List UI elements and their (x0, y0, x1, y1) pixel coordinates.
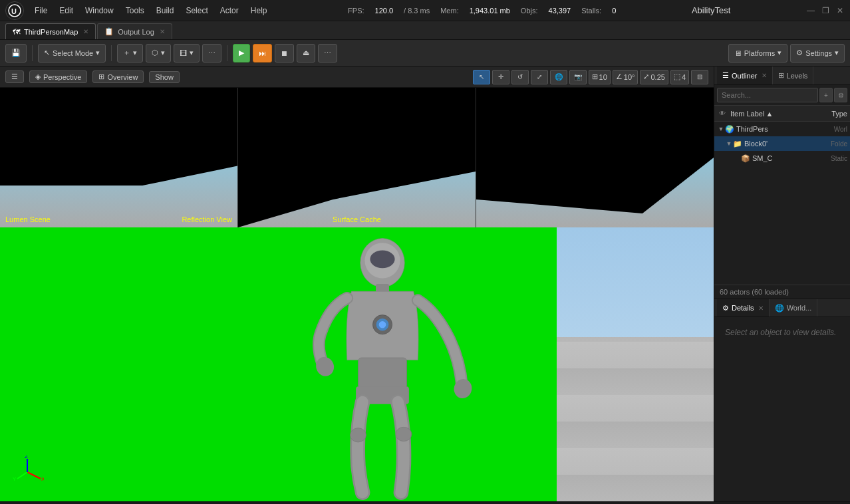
menu-file[interactable]: File (29, 5, 53, 17)
grid-size-btn[interactable]: ⊞ 10 (589, 70, 611, 84)
select-mode-button[interactable]: ↖ Select Mode ▾ (38, 44, 106, 63)
tree-name-block: Block0' (744, 140, 821, 148)
save-button[interactable]: 💾 (5, 44, 27, 63)
platforms-button[interactable]: 🖥 Platforms ▾ (728, 44, 787, 63)
stalls-label: Stalls: (581, 7, 601, 15)
outliner-tab[interactable]: ☰ Outliner ✕ (717, 66, 773, 84)
show-button[interactable]: Show (149, 71, 180, 83)
angle-btn[interactable]: ∠ 10° (613, 70, 638, 84)
tab-thirdpersonmap[interactable]: 🗺 ThirdPersonMap ✕ (5, 23, 96, 39)
col-visibility-icon[interactable]: 👁 (717, 108, 728, 119)
tree-expand-world[interactable]: ▼ (717, 125, 725, 133)
play-button[interactable]: ▶ (233, 44, 250, 63)
extra-play-button[interactable]: ⋯ (318, 44, 337, 63)
scale-tool-btn[interactable]: ⤢ (531, 70, 548, 84)
settings-chevron: ▾ (835, 49, 839, 57)
add-icon: ＋ (123, 48, 130, 58)
perspective-button[interactable]: ◈ Perspective (29, 70, 87, 83)
details-icon: ⚙ (722, 304, 729, 313)
menu-build[interactable]: Build (151, 5, 180, 17)
more-tools-button[interactable]: ⋯ (202, 44, 221, 63)
menu-window[interactable]: Window (80, 5, 119, 17)
menu-help[interactable]: Help (245, 5, 273, 17)
outliner-settings-btn[interactable]: ⚙ (834, 88, 847, 102)
status-bar: 📂 Content Drawer 📋 Output Log ⌨ Cmd ▾ 💾 … (0, 501, 850, 504)
settings-icon: ⚙ (796, 49, 803, 57)
col-label-item[interactable]: Item Label ▲ (728, 110, 814, 118)
outliner-search-input[interactable] (717, 88, 818, 102)
main-viewport[interactable]: X Y Z (0, 227, 714, 501)
outliner-col-header: 👁 Item Label ▲ Type (714, 106, 850, 122)
tab-map-close[interactable]: ✕ (83, 28, 88, 35)
ue-logo[interactable]: U (5, 1, 24, 20)
grid-icon: ⊞ (592, 72, 598, 81)
stop-button[interactable]: ⏹ (275, 44, 294, 63)
outliner-tab-close[interactable]: ✕ (762, 72, 767, 79)
eject-button[interactable]: ⏏ (297, 44, 315, 63)
maximize-button[interactable]: ❐ (821, 6, 830, 15)
svg-text:U: U (11, 7, 17, 15)
col-type-label[interactable]: Type (814, 110, 847, 118)
toolbar-divider-1 (32, 45, 33, 61)
step-button[interactable]: ⏭ (253, 44, 272, 63)
svg-point-10 (452, 377, 474, 400)
filmstrip-icon: 🎞 (180, 49, 187, 57)
add-button[interactable]: ＋ ▾ (117, 44, 143, 63)
menu-edit[interactable]: Edit (54, 5, 78, 17)
world-tab-label: World... (787, 304, 812, 312)
world-icon: 🌐 (775, 304, 784, 313)
menu-actor[interactable]: Actor (215, 5, 244, 17)
close-button[interactable]: ✕ (835, 6, 845, 15)
viewport-hamburger[interactable]: ☰ (5, 70, 24, 83)
minimize-button[interactable]: — (806, 6, 815, 15)
move-tool-btn[interactable]: ✛ (492, 70, 509, 84)
tab-bar: 🗺 ThirdPersonMap ✕ 📋 Output Log ✕ (0, 21, 850, 40)
details-tab-close[interactable]: ✕ (758, 305, 764, 312)
angle-value: 10° (624, 73, 635, 81)
menu-select[interactable]: Select (180, 5, 213, 17)
rotate-tool-btn[interactable]: ↺ (511, 70, 529, 84)
settings-button[interactable]: ⚙ Settings ▾ (790, 44, 845, 63)
menu-tools[interactable]: Tools (120, 5, 150, 17)
scale-btn[interactable]: ⤢ 0.25 (640, 70, 668, 84)
screen-btn[interactable]: ⬚ 4 (670, 70, 689, 84)
tree-row-world[interactable]: ▼ 🌍 ThirdPers Worl (714, 122, 850, 136)
tab-outputlog[interactable]: 📋 Output Log ✕ (97, 23, 172, 39)
svg-rect-11 (358, 358, 406, 389)
levels-icon: ⊞ (778, 71, 784, 80)
tree-row-block[interactable]: ▼ 📁 Block0' Folde (714, 136, 850, 151)
grid-value: 10 (599, 73, 607, 81)
outliner-search-add[interactable]: + (819, 88, 833, 102)
details-tab[interactable]: ⚙ Details ✕ (717, 299, 770, 316)
outliner-tree[interactable]: ▼ 🌍 ThirdPers Worl ▼ 📁 Block0' Folde 📦 S… (714, 122, 850, 285)
world-tab[interactable]: 🌐 World... (770, 299, 818, 316)
hamburger-icon: ☰ (11, 72, 18, 81)
toolbar-divider-3 (227, 45, 227, 61)
small-viewport-1[interactable]: Lumen Scene Reflection View (0, 88, 238, 227)
svg-point-14 (395, 427, 411, 441)
tree-row-sm[interactable]: 📦 SM_C Static (714, 151, 850, 166)
tab-log-close[interactable]: ✕ (160, 28, 165, 35)
svg-point-13 (350, 428, 366, 442)
world-tool-btn[interactable]: 🌐 (550, 70, 567, 84)
tree-name-sm: SM_C (752, 154, 821, 162)
perspective-icon: ◈ (35, 72, 41, 81)
blueprints-button[interactable]: ⬡ ▾ (146, 44, 171, 63)
details-content: Select an object to view details. (714, 317, 850, 501)
viewport-area: ☰ ◈ Perspective ⊞ Overview Show ↖ ✛ ↺ ⤢ … (0, 66, 714, 501)
screen-value: 4 (682, 73, 686, 81)
levels-tab[interactable]: ⊞ Levels (773, 66, 814, 84)
title-stats: FPS: 120.0 / 8.3 ms Mem: 1,943.01 mb Obj… (348, 7, 616, 15)
overview-button[interactable]: ⊞ Overview (92, 70, 144, 83)
fps-value: 120.0 (375, 7, 394, 15)
small-viewport-2[interactable]: Surface Cache (238, 88, 476, 227)
filmstrip-button[interactable]: 🎞 ▾ (174, 44, 200, 63)
tree-expand-block[interactable]: ▼ (725, 140, 733, 148)
camera-tool-btn[interactable]: 📷 (569, 70, 587, 84)
tab-log-label: Output Log (118, 28, 154, 36)
select-tool-btn[interactable]: ↖ (473, 70, 490, 84)
levels-tab-label: Levels (787, 72, 808, 80)
small-viewport-3[interactable] (476, 88, 714, 227)
layout-btn[interactable]: ⊟ (691, 70, 708, 84)
svg-line-15 (27, 472, 41, 479)
